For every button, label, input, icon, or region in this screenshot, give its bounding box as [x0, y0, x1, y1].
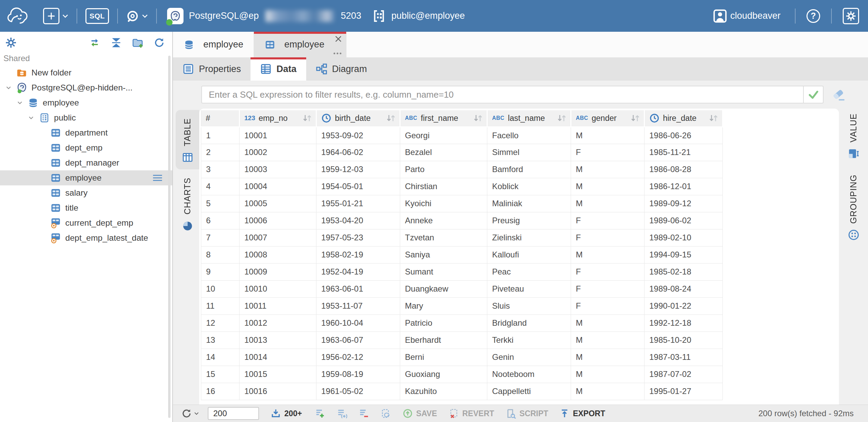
sql-editor-button[interactable]: SQL — [85, 8, 109, 24]
cell-first_name[interactable]: Eberhardt — [400, 332, 487, 349]
cell-first_name[interactable]: Patricio — [400, 314, 487, 332]
cell-hire_date[interactable]: 1992-12-18 — [645, 314, 723, 332]
cell-first_name[interactable]: Bezalel — [400, 144, 487, 161]
cell-hire_date[interactable]: 1989-08-24 — [645, 280, 723, 297]
save-button[interactable]: SAVE — [403, 408, 437, 419]
cell-emp_no[interactable]: 10016 — [240, 383, 316, 400]
cell-birth_date[interactable]: 1959-08-19 — [316, 366, 400, 383]
navigator-settings-button[interactable] — [5, 37, 16, 48]
script-button[interactable]: SCRIPT — [506, 408, 548, 419]
cell-birth_date[interactable]: 1961-05-02 — [316, 383, 400, 400]
cell-gender[interactable]: F — [571, 280, 645, 297]
column-header-gender[interactable]: ABCgender — [571, 110, 645, 127]
cell-first_name[interactable]: Berni — [400, 349, 487, 366]
cell-last_name[interactable]: Cappelletti — [487, 383, 571, 400]
tab-diagram[interactable]: Diagram — [306, 57, 377, 81]
editor-tab-employee[interactable]: employee — [254, 32, 347, 57]
cell-birth_date[interactable]: 1956-02-12 — [316, 349, 400, 366]
refresh-button[interactable] — [154, 37, 165, 48]
cell-gender[interactable]: F — [571, 297, 645, 314]
cell-hire_date[interactable]: 1986-12-01 — [645, 178, 723, 195]
row-number-cell[interactable]: 3 — [201, 161, 240, 178]
delete-row-button[interactable] — [359, 408, 369, 419]
cell-birth_date[interactable]: 1953-09-02 — [316, 127, 400, 144]
cell-first_name[interactable]: Anneke — [400, 212, 487, 229]
cell-last_name[interactable]: Piveteau — [487, 280, 571, 297]
column-header-emp_no[interactable]: 123emp_no — [240, 110, 316, 127]
cell-birth_date[interactable]: 1963-06-07 — [316, 332, 400, 349]
cell-last_name[interactable]: Peac — [487, 263, 571, 280]
cell-gender[interactable]: F — [571, 229, 645, 246]
tree-node-dept-emp[interactable]: dept_emp — [0, 140, 172, 155]
cell-hire_date[interactable]: 1986-06-26 — [645, 127, 723, 144]
presentation-tab-charts[interactable]: CHARTS — [176, 169, 199, 238]
node-menu-icon[interactable] — [152, 174, 163, 182]
cell-first_name[interactable]: Duangkaew — [400, 280, 487, 297]
column-header-first_name[interactable]: ABCfirst_name — [400, 110, 487, 127]
export-button[interactable]: EXPORT — [560, 408, 605, 419]
cell-emp_no[interactable]: 10008 — [240, 246, 316, 263]
tree-node-dept-emp-latest-date[interactable]: dept_emp_latest_date — [0, 230, 172, 245]
cell-gender[interactable]: M — [571, 349, 645, 366]
duplicate-row-button[interactable] — [337, 408, 347, 419]
tree-node-employee[interactable]: employee — [0, 95, 172, 110]
cell-birth_date[interactable]: 1952-04-19 — [316, 263, 400, 280]
panel-tab-value[interactable]: VALUE — [848, 113, 859, 159]
cell-hire_date[interactable]: 1985-11-21 — [645, 144, 723, 161]
cell-gender[interactable]: M — [571, 195, 645, 212]
cell-emp_no[interactable]: 10012 — [240, 314, 316, 332]
cell-first_name[interactable]: Saniya — [400, 246, 487, 263]
link-to-object-button[interactable] — [89, 37, 100, 48]
cell-emp_no[interactable]: 10004 — [240, 178, 316, 195]
cell-last_name[interactable]: Zielinski — [487, 229, 571, 246]
cell-emp_no[interactable]: 10003 — [240, 161, 316, 178]
apply-filter-button[interactable] — [803, 86, 823, 103]
tab-properties[interactable]: Properties — [173, 57, 250, 81]
cell-gender[interactable]: M — [571, 161, 645, 178]
cell-last_name[interactable]: Genin — [487, 349, 571, 366]
cell-gender[interactable]: M — [571, 246, 645, 263]
row-number-cell[interactable]: 8 — [201, 246, 240, 263]
cell-hire_date[interactable]: 1989-06-02 — [645, 212, 723, 229]
cell-gender[interactable]: M — [571, 332, 645, 349]
cell-first_name[interactable]: Kyoichi — [400, 195, 487, 212]
sort-icon[interactable] — [302, 114, 312, 123]
cell-emp_no[interactable]: 10002 — [240, 144, 316, 161]
cell-hire_date[interactable]: 1994-09-15 — [645, 246, 723, 263]
row-limit-input[interactable] — [208, 407, 259, 420]
cell-first_name[interactable]: Sumant — [400, 263, 487, 280]
cell-emp_no[interactable]: 10007 — [240, 229, 316, 246]
cell-hire_date[interactable]: 1989-02-10 — [645, 229, 723, 246]
tree-node-public[interactable]: public — [0, 110, 172, 125]
cell-birth_date[interactable]: 1964-06-02 — [316, 144, 400, 161]
cell-hire_date[interactable]: 1985-10-20 — [645, 332, 723, 349]
cell-birth_date[interactable]: 1959-12-03 — [316, 161, 400, 178]
column-header-birth_date[interactable]: birth_date — [316, 110, 400, 127]
cell-emp_no[interactable]: 10006 — [240, 212, 316, 229]
tools-menu-button[interactable] — [126, 10, 148, 23]
expand-chevron-icon[interactable] — [16, 99, 24, 107]
column-header-hire_date[interactable]: hire_date — [645, 110, 723, 127]
row-number-cell[interactable]: 6 — [201, 212, 240, 229]
cell-emp_no[interactable]: 10014 — [240, 349, 316, 366]
close-tab-button[interactable] — [335, 35, 342, 43]
row-number-cell[interactable]: 5 — [201, 195, 240, 212]
clear-filter-button[interactable] — [831, 87, 846, 102]
sort-icon[interactable] — [708, 114, 719, 123]
row-number-cell[interactable]: 9 — [201, 263, 240, 280]
tab-menu-icon[interactable] — [334, 53, 341, 54]
tab-data[interactable]: Data — [250, 57, 306, 81]
cell-hire_date[interactable]: 1987-07-02 — [645, 366, 723, 383]
cell-gender[interactable]: M — [571, 314, 645, 332]
cell-birth_date[interactable]: 1954-05-01 — [316, 178, 400, 195]
new-folder-button[interactable] — [132, 37, 144, 48]
cell-hire_date[interactable]: 1986-08-28 — [645, 161, 723, 178]
cell-gender[interactable]: M — [571, 127, 645, 144]
collapse-all-button[interactable] — [111, 37, 122, 48]
cell-last_name[interactable]: Preusig — [487, 212, 571, 229]
cell-gender[interactable]: F — [571, 144, 645, 161]
row-number-cell[interactable]: 10 — [201, 280, 240, 297]
cell-hire_date[interactable]: 1990-01-22 — [645, 297, 723, 314]
row-number-cell[interactable]: 4 — [201, 178, 240, 195]
settings-button[interactable] — [843, 8, 859, 24]
